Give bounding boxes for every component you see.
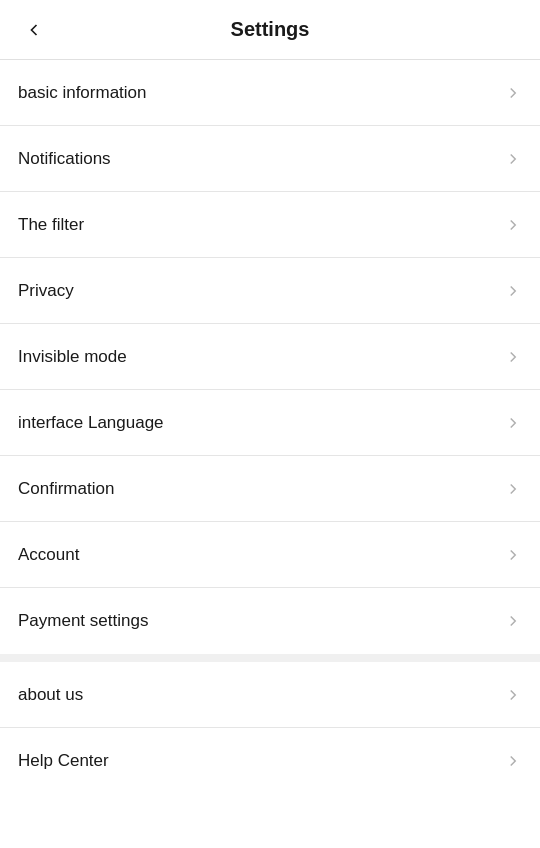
chevron-right-icon [504, 84, 522, 102]
chevron-right-icon [504, 282, 522, 300]
settings-item-label-the-filter: The filter [18, 215, 84, 235]
chevron-right-icon [504, 752, 522, 770]
settings-item-label-interface-language: interface Language [18, 413, 164, 433]
chevron-right-icon [504, 348, 522, 366]
settings-item-label-notifications: Notifications [18, 149, 111, 169]
settings-item-the-filter[interactable]: The filter [0, 192, 540, 258]
settings-item-label-help-center: Help Center [18, 751, 109, 771]
settings-item-label-privacy: Privacy [18, 281, 74, 301]
settings-item-label-confirmation: Confirmation [18, 479, 114, 499]
settings-item-label-account: Account [18, 545, 79, 565]
chevron-right-icon [504, 414, 522, 432]
settings-item-label-basic-information: basic information [18, 83, 147, 103]
section-divider [0, 654, 540, 662]
header: Settings [0, 0, 540, 60]
secondary-section: about usHelp Center [0, 662, 540, 794]
chevron-right-icon [504, 686, 522, 704]
settings-list: basic informationNotificationsThe filter… [0, 60, 540, 794]
chevron-right-icon [504, 612, 522, 630]
settings-item-payment-settings[interactable]: Payment settings [0, 588, 540, 654]
page-title: Settings [231, 18, 310, 41]
back-icon [24, 20, 44, 40]
settings-item-notifications[interactable]: Notifications [0, 126, 540, 192]
chevron-right-icon [504, 546, 522, 564]
settings-item-help-center[interactable]: Help Center [0, 728, 540, 794]
chevron-right-icon [504, 216, 522, 234]
screen: Settings basic informationNotificationsT… [0, 0, 540, 794]
main-section: basic informationNotificationsThe filter… [0, 60, 540, 654]
settings-item-label-invisible-mode: Invisible mode [18, 347, 127, 367]
settings-item-invisible-mode[interactable]: Invisible mode [0, 324, 540, 390]
back-button[interactable] [16, 12, 52, 48]
settings-item-interface-language[interactable]: interface Language [0, 390, 540, 456]
settings-item-about-us[interactable]: about us [0, 662, 540, 728]
settings-item-basic-information[interactable]: basic information [0, 60, 540, 126]
settings-item-confirmation[interactable]: Confirmation [0, 456, 540, 522]
chevron-right-icon [504, 150, 522, 168]
chevron-right-icon [504, 480, 522, 498]
settings-item-label-about-us: about us [18, 685, 83, 705]
settings-item-label-payment-settings: Payment settings [18, 611, 148, 631]
settings-item-privacy[interactable]: Privacy [0, 258, 540, 324]
settings-item-account[interactable]: Account [0, 522, 540, 588]
